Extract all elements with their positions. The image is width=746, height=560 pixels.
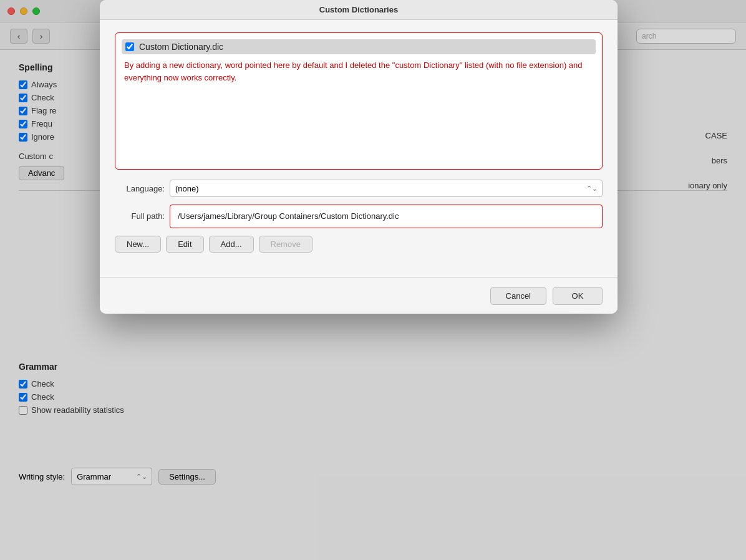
new-button[interactable]: New... [115, 236, 161, 253]
modal-title: Custom Dictionaries [319, 5, 398, 14]
cancel-button[interactable]: Cancel [490, 287, 546, 305]
modal-titlebar: Custom Dictionaries [100, 0, 618, 20]
language-label: Language: [115, 184, 165, 193]
remove-button[interactable]: Remove [259, 236, 312, 253]
modal-body: Custom Dictionary.dic By adding a new di… [100, 20, 618, 278]
fullpath-label: Full path: [115, 211, 165, 221]
language-select-wrapper: (none) English French Spanish German ⌃⌄ [170, 180, 603, 197]
fullpath-value: /Users/james/Library/Group Containers/Cu… [170, 205, 603, 228]
dict-item-checkbox-0[interactable] [125, 42, 134, 51]
dict-list-area: Custom Dictionary.dic By adding a new di… [115, 32, 603, 170]
action-buttons-row: New... Edit Add... Remove [115, 236, 603, 253]
fullpath-row: Full path: /Users/james/Library/Group Co… [115, 205, 603, 228]
dict-item-0[interactable]: Custom Dictionary.dic [122, 39, 596, 54]
language-select[interactable]: (none) English French Spanish German [170, 180, 603, 197]
dict-item-label-0: Custom Dictionary.dic [139, 42, 223, 52]
modal-footer: Cancel OK [100, 278, 618, 314]
ok-button[interactable]: OK [553, 287, 603, 305]
edit-button[interactable]: Edit [166, 236, 203, 253]
add-button[interactable]: Add... [209, 236, 254, 253]
language-row: Language: (none) English French Spanish … [115, 180, 603, 197]
note-text: By adding a new dictionary, word pointed… [122, 54, 596, 89]
custom-dictionaries-modal: Custom Dictionaries Custom Dictionary.di… [100, 0, 618, 314]
modal-overlay: Custom Dictionaries Custom Dictionary.di… [0, 0, 746, 560]
